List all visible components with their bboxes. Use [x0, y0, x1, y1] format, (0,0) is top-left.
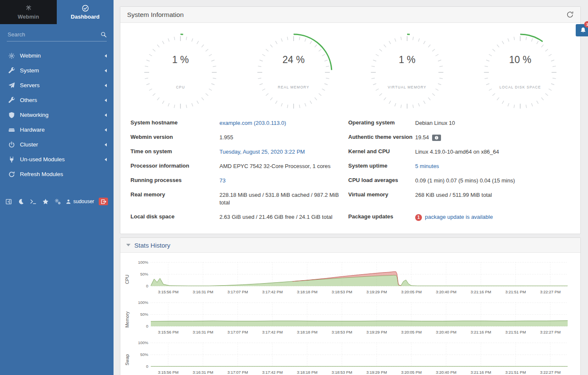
package-updates-count-badge: 1 — [415, 214, 422, 221]
webmin-logo-icon — [25, 5, 32, 12]
svg-text:3:18:53 PM: 3:18:53 PM — [332, 370, 352, 375]
paper-plane-icon — [8, 82, 15, 89]
svg-text:3:16:31 PM: 3:16:31 PM — [193, 290, 214, 294]
search-input[interactable] — [7, 31, 100, 38]
sidebar-item-label: Others — [20, 97, 103, 103]
tab-webmin-label: Webmin — [18, 14, 39, 20]
sidebar-item-others[interactable]: Others — [0, 93, 114, 108]
sidebar-item-cluster[interactable]: Cluster — [0, 137, 114, 152]
sidebar-item-webmin[interactable]: Webmin — [0, 48, 114, 63]
svg-text:3:20:05 PM: 3:20:05 PM — [401, 330, 422, 334]
stats-chart-swap: Swap100%50%03:15:56 PM3:16:31 PM3:17:07 … — [123, 342, 574, 375]
info-link[interactable]: package update is available — [425, 214, 493, 220]
bell-icon — [580, 27, 586, 33]
gauge-virtual-memory: 1 %VIRTUAL MEMORY — [350, 33, 464, 112]
sidebar-item-label: Cluster — [20, 141, 103, 148]
logout-icon — [101, 199, 106, 204]
notifications-count-badge: 1 — [584, 21, 588, 28]
info-link[interactable]: 5 minutes — [415, 163, 439, 169]
user-icon — [66, 199, 71, 204]
svg-text:3:21:51 PM: 3:21:51 PM — [505, 370, 526, 375]
stats-charts: CPU100%50%03:15:56 PM3:16:31 PM3:17:07 P… — [120, 253, 580, 375]
sidebar-item-label: Servers — [20, 82, 103, 88]
svg-text:3:15:56 PM: 3:15:56 PM — [158, 330, 179, 334]
info-text: 1.955 — [219, 134, 233, 141]
svg-text:0: 0 — [146, 284, 148, 288]
svg-text:3:16:31 PM: 3:16:31 PM — [193, 370, 214, 375]
svg-text:3:21:16 PM: 3:21:16 PM — [471, 330, 491, 334]
refresh-icon — [8, 171, 15, 178]
sidebar-item-refresh-modules[interactable]: Refresh Modules — [0, 167, 114, 182]
svg-text:3:18:18 PM: 3:18:18 PM — [297, 290, 318, 294]
user-menu[interactable]: sudouser — [66, 199, 94, 204]
svg-text:3:19:29 PM: 3:19:29 PM — [366, 370, 387, 375]
svg-text:3:17:07 PM: 3:17:07 PM — [227, 330, 248, 334]
sidebar-item-label: Un-used Modules — [20, 156, 103, 163]
sidebar-item-system[interactable]: System — [0, 63, 114, 78]
svg-text:3:15:56 PM: 3:15:56 PM — [158, 370, 179, 375]
tab-webmin[interactable]: Webmin — [0, 0, 57, 24]
info-link[interactable]: 73 — [219, 177, 225, 184]
chevron-left-icon — [103, 113, 107, 117]
svg-text:3:18:53 PM: 3:18:53 PM — [332, 330, 352, 334]
info-value: Debian Linux 10 — [415, 116, 570, 130]
svg-text:3:18:18 PM: 3:18:18 PM — [297, 370, 318, 375]
gauges-row: 1 %CPU24 %REAL MEMORY1 %VIRTUAL MEMORY10… — [120, 23, 580, 112]
svg-text:3:17:07 PM: 3:17:07 PM — [227, 370, 248, 375]
info-link[interactable]: Tuesday, August 25, 2020 3:22 PM — [219, 149, 305, 155]
refresh-icon[interactable] — [566, 11, 574, 18]
tab-dashboard[interactable]: Dashboard — [57, 0, 114, 24]
sidebar-bottom-bar: sudouser — [0, 198, 114, 205]
logout-button[interactable] — [99, 198, 108, 205]
info-text: 268 KiB used / 511.99 MiB total — [415, 192, 492, 198]
svg-text:0: 0 — [146, 364, 148, 369]
info-text: AMD EPYC 7542 32-Core Processor, 1 cores — [219, 163, 330, 169]
info-text: 2.63 GiB used / 21.46 GiB free / 24.1 Gi… — [219, 214, 333, 220]
svg-text:3:21:51 PM: 3:21:51 PM — [505, 330, 526, 334]
svg-text:100%: 100% — [138, 261, 149, 265]
svg-text:3:19:29 PM: 3:19:29 PM — [366, 330, 387, 334]
stats-chart-memory: Memory100%50%03:15:56 PM3:16:31 PM3:17:0… — [123, 301, 574, 338]
info-value: Linux 4.19.0-10-amd64 on x86_64 — [415, 145, 570, 159]
sidebar-item-hardware[interactable]: Hardware — [0, 122, 114, 137]
favorites-button[interactable] — [41, 198, 50, 205]
wrench-icon — [8, 97, 15, 104]
gauge-label: CPU — [176, 85, 185, 89]
gauge-percent: 24 % — [283, 54, 305, 65]
info-label: Kernel and CPU — [348, 145, 415, 159]
svg-text:3:22:27 PM: 3:22:27 PM — [540, 290, 561, 294]
wrench-icon — [8, 67, 15, 74]
svg-text:50%: 50% — [140, 312, 149, 317]
hdd-icon — [8, 127, 15, 133]
info-value: 0.09 (1 min) 0.07 (5 mins) 0.04 (15 mins… — [415, 174, 570, 188]
gauge-cpu: 1 %CPU — [124, 33, 237, 112]
settings-button[interactable] — [53, 198, 62, 205]
stats-history-header[interactable]: Stats History — [120, 238, 580, 253]
sidebar-item-networking[interactable]: Networking — [0, 108, 114, 122]
terminal-button[interactable] — [29, 198, 37, 205]
sidebar-item-un-used-modules[interactable]: Un-used Modules — [0, 152, 114, 167]
info-label: CPU load averages — [348, 174, 415, 188]
notifications-button[interactable]: 1 — [576, 24, 588, 36]
sysinfo-toggle-button[interactable] — [4, 198, 13, 205]
svg-text:3:17:07 PM: 3:17:07 PM — [227, 290, 248, 294]
info-text: 0.09 (1 min) 0.07 (5 mins) 0.04 (15 mins… — [415, 177, 515, 184]
night-mode-button[interactable] — [17, 198, 25, 205]
gear-icon — [8, 52, 15, 59]
theme-info-badge[interactable] — [432, 135, 441, 141]
info-icon — [435, 136, 438, 140]
power-icon — [8, 141, 15, 148]
info-label: Authentic theme version — [348, 130, 415, 145]
gauge-label: REAL MEMORY — [278, 85, 309, 89]
svg-text:0: 0 — [146, 324, 148, 328]
stats-history-panel: Stats History CPU100%50%03:15:56 PM3:16:… — [120, 237, 581, 375]
chevron-left-icon — [103, 143, 107, 146]
gauge-percent: 10 % — [509, 54, 531, 65]
info-text: 19.54 — [415, 134, 429, 141]
svg-text:3:16:31 PM: 3:16:31 PM — [193, 330, 214, 334]
info-link[interactable]: example.com (203.0.113.0) — [219, 120, 286, 126]
sidebar-item-servers[interactable]: Servers — [0, 78, 114, 93]
search-icon[interactable] — [100, 31, 107, 38]
main-content: 1 System Information 1 %CPU24 %REAL MEMO… — [114, 0, 588, 375]
sidebar-item-label: Webmin — [20, 52, 103, 59]
